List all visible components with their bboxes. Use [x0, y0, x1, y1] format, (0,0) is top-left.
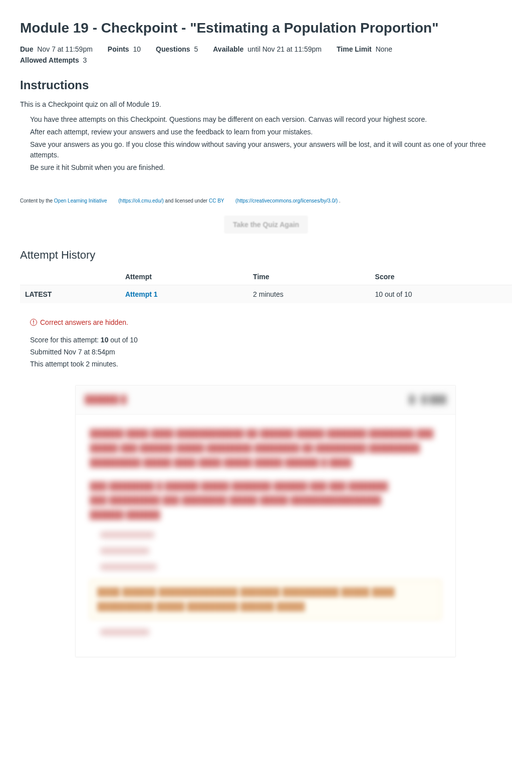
instructions-item: After each attempt, review your answers …: [30, 127, 512, 137]
attribution-prefix: Content by the: [20, 198, 54, 204]
take-quiz-again-button[interactable]: Take the Quiz Again: [224, 216, 308, 234]
available-value: until Nov 21 at 11:59pm: [247, 45, 322, 53]
question-points-blurred: █ / █ ███: [409, 393, 446, 407]
points-label: Points: [108, 45, 129, 53]
question-body: ██████ ████ ████ ████████████ ██ ██████ …: [76, 415, 455, 656]
table-header-row: Attempt Time Score: [20, 269, 512, 285]
take-again-wrapper: Take the Quiz Again: [20, 216, 512, 234]
cc-by-link[interactable]: CC BY: [209, 198, 224, 204]
col-score: Score: [370, 269, 512, 285]
score-prefix: Score for this attempt:: [30, 336, 101, 344]
answer-option-blurred: [100, 531, 155, 538]
score-cell: 10 out of 10: [370, 285, 512, 304]
question-text-blurred: ██████ ████ ████ ████████████ ██ ██████ …: [90, 427, 441, 470]
question-card: ██████ █ █ / █ ███ ██████ ████ ████ ████…: [75, 385, 456, 657]
quiz-meta-row-2: Allowed Attempts 3: [20, 56, 512, 64]
cc-by-url-link[interactable]: (https://creativecommons.org/licenses/by…: [235, 198, 338, 204]
oli-link[interactable]: Open Learning Initiative: [54, 198, 107, 204]
duration-line: This attempt took 2 minutes.: [30, 358, 512, 370]
instructions-item: You have three attempts on this Checkpoi…: [30, 114, 512, 125]
score-line: Score for this attempt: 10 out of 10: [30, 334, 512, 346]
instructions-body: This is a Checkpoint quiz on all of Modu…: [20, 100, 512, 173]
attribution: Content by the Open Learning Initiative …: [20, 198, 512, 204]
score-block: Score for this attempt: 10 out of 10 Sub…: [30, 334, 512, 370]
score-suffix: out of 10: [108, 336, 137, 344]
feedback-block-blurred: ████ ██████ ██████████████ ███████ █████…: [90, 579, 441, 620]
time-limit-label: Time Limit: [337, 45, 372, 53]
instructions-intro: This is a Checkpoint quiz on all of Modu…: [20, 100, 512, 108]
questions-label: Questions: [156, 45, 190, 53]
attempt-link[interactable]: Attempt 1: [125, 290, 158, 298]
due-label: Due: [20, 45, 33, 53]
quiz-meta-row-1: Due Nov 7 at 11:59pm Points 10 Questions…: [20, 45, 512, 53]
oli-url-link[interactable]: (https://oli.cmu.edu/): [118, 198, 164, 204]
attribution-suffix: .: [339, 198, 341, 204]
due-meta: Due Nov 7 at 11:59pm: [20, 45, 93, 53]
available-label: Available: [213, 45, 243, 53]
instructions-item: Be sure it hit Submit when you are finis…: [30, 162, 512, 173]
available-meta: Available until Nov 21 at 11:59pm: [213, 45, 322, 53]
points-value: 10: [133, 45, 141, 53]
instructions-item: Save your answers as you go. If you clos…: [30, 139, 512, 160]
allowed-attempts-value: 3: [83, 56, 87, 64]
instructions-list: You have three attempts on this Checkpoi…: [20, 114, 512, 173]
instructions-header: Instructions: [20, 78, 512, 92]
col-attempt: Attempt: [120, 269, 248, 285]
allowed-attempts-label: Allowed Attempts: [20, 56, 79, 64]
question-text-blurred-2: ███ ████████ █ ██████ █████ ███████ ████…: [90, 479, 441, 522]
info-icon: !: [30, 319, 37, 326]
time-limit-meta: Time Limit None: [337, 45, 392, 53]
table-row: LATEST Attempt 1 2 minutes 10 out of 10: [20, 285, 512, 304]
answer-option-blurred: [100, 629, 150, 636]
latest-cell: LATEST: [20, 285, 120, 304]
question-label-blurred: ██████ █: [85, 393, 127, 407]
hidden-answers-text: Correct answers are hidden.: [40, 318, 128, 326]
time-cell: 2 minutes: [248, 285, 370, 304]
score-value: 10: [101, 336, 109, 344]
hidden-answers-notice: ! Correct answers are hidden.: [30, 318, 512, 326]
answer-option-blurred: [100, 563, 157, 570]
questions-value: 5: [194, 45, 198, 53]
attempt-cell: Attempt 1: [120, 285, 248, 304]
due-value: Nov 7 at 11:59pm: [37, 45, 93, 53]
col-blank: [20, 269, 120, 285]
answer-option-blurred: [100, 547, 150, 554]
attempt-history-header: Attempt History: [20, 249, 512, 262]
points-meta: Points 10: [108, 45, 141, 53]
time-limit-value: None: [376, 45, 392, 53]
page-title: Module 19 - Checkpoint - "Estimating a P…: [20, 20, 512, 36]
allowed-attempts-meta: Allowed Attempts 3: [20, 56, 87, 64]
attribution-mid: and licensed under: [165, 198, 209, 204]
submitted-line: Submitted Nov 7 at 8:54pm: [30, 346, 512, 358]
questions-meta: Questions 5: [156, 45, 198, 53]
attempt-history-table: Attempt Time Score LATEST Attempt 1 2 mi…: [20, 269, 512, 303]
col-time: Time: [248, 269, 370, 285]
question-header: ██████ █ █ / █ ███: [76, 385, 455, 415]
